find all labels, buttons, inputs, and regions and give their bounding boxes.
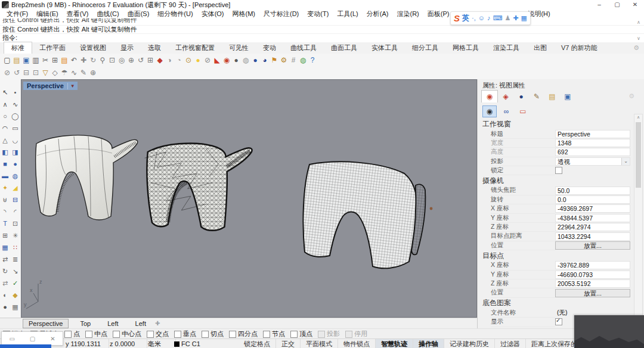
explode-icon[interactable]: ✳ <box>11 231 20 240</box>
point-icon[interactable]: • <box>11 88 20 97</box>
panel-gear-icon[interactable]: ⚙ <box>628 92 634 100</box>
properties-tab-icon[interactable]: ◉ <box>481 90 498 102</box>
osnap-checkbox[interactable] <box>174 331 181 338</box>
close-button[interactable]: ✕ <box>626 0 644 10</box>
libraries-tab-icon[interactable]: ▤ <box>544 91 560 102</box>
ghosted-mode-icon[interactable]: ◍ <box>241 55 250 65</box>
property-value-input[interactable]: -49369.2697 <box>555 204 630 213</box>
osnap-toggle[interactable]: 点 <box>64 330 80 338</box>
menu-item[interactable]: 查看(V) <box>63 10 93 18</box>
toolbar-tab[interactable]: 工作视窗配置 <box>168 42 222 54</box>
viewport-tab[interactable]: Perspective <box>23 319 69 328</box>
osnap-checkbox[interactable] <box>113 331 120 338</box>
cut-icon[interactable]: ✂ <box>41 55 50 65</box>
layer-indicator[interactable]: FC C1 <box>174 339 240 348</box>
help-icon[interactable]: ? <box>308 55 317 65</box>
viewport-max-icon[interactable]: ⊡ <box>31 68 41 77</box>
plane-icon[interactable]: ▬ <box>1 171 10 181</box>
osnap-toggle[interactable]: 四分点 <box>229 330 258 338</box>
menu-item[interactable]: 曲面(S) <box>123 10 154 18</box>
rotate-view-icon[interactable]: ↻ <box>88 55 98 65</box>
property-value-input[interactable]: -46690.0793 <box>555 271 630 279</box>
menu-item[interactable]: 编辑(E) <box>32 10 63 18</box>
viewport-tab[interactable]: Left <box>102 319 123 328</box>
menu-item[interactable]: 分析(A) <box>363 10 393 18</box>
shaded-ball-icon[interactable]: ● <box>1 302 10 312</box>
toolbar-tab[interactable]: 显示 <box>113 42 141 54</box>
menu-item[interactable]: 文件(F) <box>2 10 32 18</box>
display-tab-icon[interactable]: ● <box>513 91 529 102</box>
toolbar-tab[interactable]: 变动 <box>256 42 283 54</box>
osnap-toggle[interactable]: 停用 <box>345 330 367 338</box>
toolbar-tab[interactable]: 选取 <box>141 42 168 54</box>
copy-icon[interactable]: ≣ <box>11 254 20 264</box>
property-value-input[interactable]: -43844.5397 <box>555 214 630 222</box>
viewport-title-dropdown-icon[interactable]: ▼ <box>67 83 78 89</box>
property-value-input[interactable]: Perspective <box>555 130 630 138</box>
layers-tab-icon[interactable]: ◈ <box>498 91 513 102</box>
status-toggle[interactable]: 过滤器 <box>495 339 526 348</box>
viewport-title-pill[interactable]: Perspective ▼ <box>23 82 78 90</box>
osnap-checkbox[interactable] <box>229 331 236 338</box>
rotate-circular-icon[interactable]: ↺ <box>12 68 21 77</box>
property-value-input[interactable]: 1348 <box>555 139 630 147</box>
fillet-surface-icon[interactable]: ◢ <box>11 183 20 192</box>
osnap-toggle[interactable]: 交点 <box>147 330 169 338</box>
shaded-mode-icon[interactable]: ● <box>231 55 241 65</box>
toolbar-tab[interactable]: 曲线工具 <box>283 42 324 54</box>
ime-person-icon[interactable]: ♟ <box>504 15 510 21</box>
property-checkbox[interactable] <box>555 318 562 325</box>
restore-button[interactable]: ▢ <box>608 0 626 10</box>
unit-indicator[interactable]: 毫米 <box>148 339 176 348</box>
osnap-checkbox[interactable] <box>64 331 72 338</box>
osnap-checkbox[interactable] <box>318 331 325 338</box>
ime-smiley-icon[interactable]: ☺ <box>478 15 485 21</box>
pen-tab-icon[interactable]: ✎ <box>529 91 544 102</box>
place-button[interactable]: 放置... <box>555 289 630 297</box>
osnap-toggle[interactable]: 投影 <box>318 330 340 338</box>
viewport-tab[interactable]: Left <box>130 319 151 328</box>
toolbar-tab[interactable]: 细分工具 <box>405 42 445 54</box>
zoom-selected-icon[interactable]: ⊕ <box>126 55 136 65</box>
rendered-mode-icon[interactable]: ● <box>250 55 260 65</box>
osnap-checkbox[interactable] <box>345 331 352 338</box>
new-viewport-tab-icon[interactable]: ✚ <box>155 320 160 327</box>
osnap-toggle[interactable]: 顶点 <box>290 330 312 338</box>
mini-restore-button[interactable]: ▢ <box>30 335 35 342</box>
block-icon[interactable]: ▦ <box>1 243 10 252</box>
color-wheel-icon[interactable]: ◉ <box>222 55 231 65</box>
ime-language-indicator[interactable]: 英 <box>462 13 469 23</box>
grid-snap-icon[interactable]: # <box>289 55 298 65</box>
surface-from-curves-icon[interactable]: ◨ <box>11 147 20 157</box>
perspective-viewport[interactable]: Perspective ▼ <box>21 79 477 318</box>
property-checkbox[interactable] <box>555 167 562 174</box>
mini-close-button[interactable]: ✕ <box>50 335 55 342</box>
menu-item[interactable]: 工具(L) <box>333 10 362 18</box>
toolbar-tab[interactable]: 渲染工具 <box>486 42 527 54</box>
zoom-window-icon[interactable]: ⊡ <box>107 55 117 65</box>
point-edit-icon[interactable]: ⊡ <box>11 219 20 228</box>
status-toggle[interactable]: 记录建构历史 <box>444 339 495 348</box>
rotate-icon[interactable]: ↺ <box>136 55 145 65</box>
frame-props-icon[interactable]: ▭ <box>516 105 530 117</box>
place-button[interactable]: 放置... <box>555 241 630 250</box>
filter-solids-icon[interactable]: ◇ <box>50 68 60 77</box>
menu-item[interactable]: 细分物件(U) <box>153 10 197 18</box>
command-prompt-input[interactable]: 指令: <box>0 34 644 42</box>
mini-minimize-button[interactable]: ▭ <box>9 335 14 342</box>
osnap-checkbox[interactable] <box>85 331 92 338</box>
toolbar-tab[interactable]: 工作平面 <box>32 42 73 54</box>
status-toggle[interactable]: 智慧轨迹 <box>376 339 413 348</box>
status-toggle[interactable]: 锁定格点 <box>239 339 276 348</box>
status-toggle[interactable]: 操作轴 <box>413 339 444 348</box>
toolbar-tab[interactable]: 出图 <box>527 42 554 54</box>
osnap-checkbox[interactable] <box>290 331 298 338</box>
select-cursor-icon[interactable]: ↖ <box>1 88 10 97</box>
open-file-icon[interactable]: ▤ <box>12 55 21 65</box>
osnap-toggle[interactable]: 中点 <box>85 330 107 338</box>
new-file-icon[interactable]: ▢ <box>2 55 12 65</box>
lock-icon[interactable]: ⊘ <box>203 55 212 65</box>
minimize-button[interactable]: – <box>590 0 608 10</box>
gear-icon[interactable]: ⚙ <box>279 55 289 65</box>
rotate-2d-icon[interactable]: ↻ <box>1 266 10 276</box>
